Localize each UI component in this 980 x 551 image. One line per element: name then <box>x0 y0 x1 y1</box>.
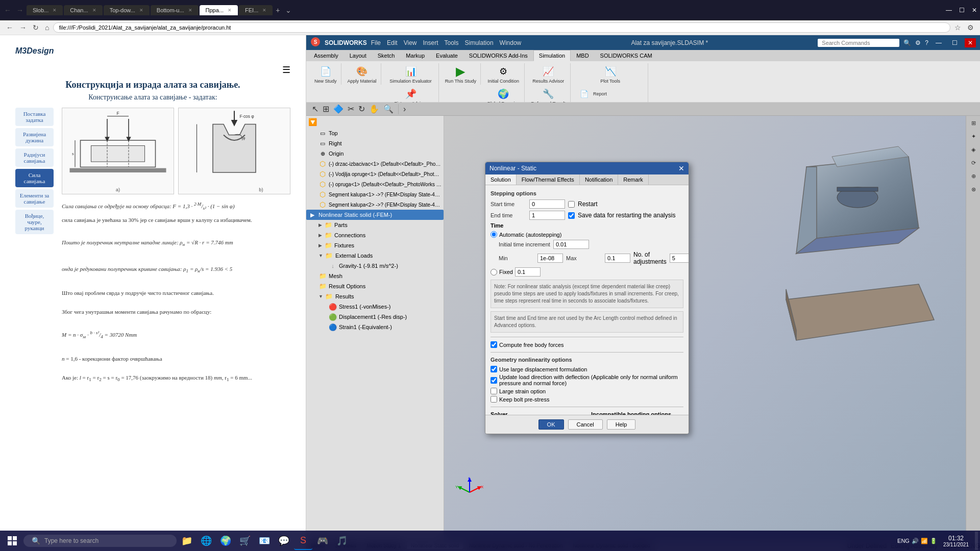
nav-home[interactable]: ⌂ <box>43 22 51 33</box>
toolbar-section[interactable]: ✂ <box>346 104 356 114</box>
ok-button[interactable]: OK <box>538 419 564 430</box>
tab-close-3[interactable]: ✕ <box>188 8 192 13</box>
side-btn-3[interactable]: ◈ <box>967 143 979 156</box>
fixed-stepping-radio[interactable] <box>491 269 497 276</box>
ribbon-btn-initial-cond[interactable]: ⚙ Initial Condition <box>486 63 522 85</box>
settings-icon[interactable]: ⚙ <box>915 39 921 46</box>
tab-chan[interactable]: Chan...✕ <box>64 5 102 15</box>
sw-close[interactable]: ✕ <box>965 38 976 47</box>
taskbar-solidworks[interactable]: S <box>294 532 312 550</box>
tree-part-3[interactable]: ⬡ (-) opruga<1> (Default<<Default>_Photo… <box>306 179 444 189</box>
extension-button[interactable]: ⚙ <box>965 22 976 33</box>
toolbar-pan[interactable]: ✋ <box>368 104 381 114</box>
toolbar-more[interactable]: › <box>402 105 407 114</box>
bookmark-button[interactable]: ☆ <box>952 22 963 33</box>
sw-tab-assembly[interactable]: Assembly <box>308 50 344 61</box>
taskbar-app1[interactable]: 🎮 <box>313 532 332 550</box>
toolbar-select[interactable]: ↖ <box>310 104 320 114</box>
taskbar-mail[interactable]: 📧 <box>255 532 274 550</box>
start-time-input[interactable] <box>529 199 565 209</box>
menu-insert[interactable]: Insert <box>423 39 438 46</box>
sw-maximize[interactable]: ☐ <box>949 38 961 47</box>
tree-connections-folder[interactable]: ▶ 📁 Connections <box>306 230 444 240</box>
tab-close-4[interactable]: ✕ <box>228 8 232 13</box>
nav-back[interactable]: ← <box>4 22 15 33</box>
sw-tab-addins[interactable]: SOLIDWORKS Add-Ins <box>463 50 533 61</box>
taskbar-viber[interactable]: 💬 <box>275 532 293 550</box>
menu-window[interactable]: Window <box>500 39 522 46</box>
browser-close[interactable]: ✕ <box>969 6 980 15</box>
tree-displacement[interactable]: 🟢 Displacement1 (-Res disp-) <box>306 312 444 322</box>
taskbar-chrome[interactable]: 🌍 <box>216 532 235 550</box>
nav-postavka[interactable]: Поставка задатка <box>15 108 54 126</box>
nav-refresh[interactable]: ↻ <box>31 22 41 33</box>
tree-strain[interactable]: 🔵 Strain1 (-Equivalent-) <box>306 322 444 332</box>
toolbar-view3d[interactable]: 🔷 <box>332 104 345 114</box>
side-btn-5[interactable]: ⊕ <box>967 170 979 182</box>
tree-stress[interactable]: 🔴 Stress1 (-vonMises-) <box>306 302 444 312</box>
tab-close-1[interactable]: ✕ <box>92 8 96 13</box>
side-btn-2[interactable]: ✦ <box>967 130 979 142</box>
tree-results-folder[interactable]: ▼ 📁 Results <box>306 291 444 302</box>
sw-tab-layout[interactable]: Layout <box>344 50 372 61</box>
tab-close-2[interactable]: ✕ <box>139 8 143 13</box>
nav-sila[interactable]: Сила савијања <box>15 169 54 187</box>
dialog-close-btn[interactable]: ✕ <box>678 164 684 172</box>
tree-parts-folder[interactable]: ▶ 📁 Parts <box>306 220 444 230</box>
sw-tab-sketch[interactable]: Sketch <box>372 50 401 61</box>
system-clock[interactable]: 01:32 23/11/2021 <box>939 535 973 547</box>
end-time-input[interactable] <box>529 211 565 220</box>
tree-right[interactable]: ▭ Right <box>306 138 444 148</box>
cancel-button[interactable]: Cancel <box>568 419 603 430</box>
taskbar-file-explorer[interactable]: 📁 <box>178 532 196 550</box>
geo-opt-4-checkbox[interactable] <box>491 396 497 403</box>
help-button[interactable]: Help <box>607 419 636 430</box>
menu-file[interactable]: File <box>371 39 381 46</box>
compute-free-body-checkbox[interactable] <box>491 341 497 348</box>
tree-sim-nonlinear[interactable]: ▶ Nonlinear Static solid (-FEM-) <box>306 210 444 220</box>
back-button[interactable]: ← <box>2 5 13 15</box>
geo-opt-2-checkbox[interactable] <box>491 377 497 384</box>
menu-edit[interactable]: Edit <box>387 39 398 46</box>
forward-button[interactable]: → <box>14 5 26 15</box>
ribbon-btn-sim-eval[interactable]: 📊 Simulation Evaluator <box>387 63 434 85</box>
ribbon-btn-apply-material[interactable]: 🎨 Apply Material <box>346 63 379 85</box>
ribbon-btn-results-advisor[interactable]: 📈 Results Advisor <box>530 63 566 85</box>
tab-bottomup[interactable]: Bottom-u...✕ <box>151 5 199 15</box>
toolbar-zoom[interactable]: 🔍 <box>382 104 395 114</box>
search-commands-input[interactable] <box>818 39 899 47</box>
save-data-checkbox[interactable] <box>568 212 575 219</box>
tree-part-2[interactable]: ⬡ (-) Vodjlja opruge<1> (Default<<Defaul… <box>306 169 444 179</box>
dialog-tab-solution[interactable]: Solution <box>485 174 517 185</box>
restart-checkbox[interactable] <box>568 201 575 208</box>
sw-tab-markup[interactable]: Markup <box>400 50 430 61</box>
browser-minimize[interactable]: — <box>943 6 955 15</box>
tree-fixtures-folder[interactable]: ▶ 📁 Fixtures <box>306 240 444 251</box>
fixed-input[interactable] <box>515 267 541 277</box>
auto-stepping-radio[interactable] <box>491 231 497 238</box>
more-tabs-button[interactable]: ⌄ <box>283 5 293 15</box>
sw-tab-simulation[interactable]: Simulation <box>533 50 571 61</box>
sw-tab-evaluate[interactable]: Evaluate <box>430 50 463 61</box>
min-input[interactable] <box>537 254 563 263</box>
tree-part-1[interactable]: ⬡ (-) drzac-izbacivac<1> (Default<<Defau… <box>306 159 444 169</box>
tab-close-5[interactable]: ✕ <box>262 8 266 13</box>
side-btn-4[interactable]: ⟳ <box>967 157 979 169</box>
help-icon[interactable]: ? <box>925 39 928 46</box>
nav-vodjice[interactable]: Вођице, чауре, рукавци <box>15 210 54 234</box>
hamburger-menu[interactable]: ☰ <box>282 64 290 76</box>
dialog-tab-notification[interactable]: Notification <box>580 174 618 185</box>
ribbon-btn-plot-tools[interactable]: 📉 Plot Tools <box>598 63 622 85</box>
dialog-tab-remark[interactable]: Remark <box>618 174 649 185</box>
side-btn-6[interactable]: ⊗ <box>967 183 979 195</box>
nav-elementi[interactable]: Елементи за савијање <box>15 189 54 208</box>
sw-tab-cam[interactable]: SOLIDWORKS CAM <box>595 50 658 61</box>
adjustments-input[interactable] <box>670 254 689 263</box>
tree-ext-loads-folder[interactable]: ▼ 📁 External Loads <box>306 251 444 261</box>
ribbon-btn-report[interactable]: 📄 Report <box>575 86 646 102</box>
tree-part-4[interactable]: ⬡ Segment kalupa<1> ->? (FEM<Display Sta… <box>306 189 444 199</box>
nav-forward[interactable]: → <box>17 22 29 33</box>
menu-view[interactable]: View <box>404 39 417 46</box>
menu-tools[interactable]: Tools <box>445 39 459 46</box>
tray-speaker[interactable]: 🔊 <box>912 538 919 544</box>
